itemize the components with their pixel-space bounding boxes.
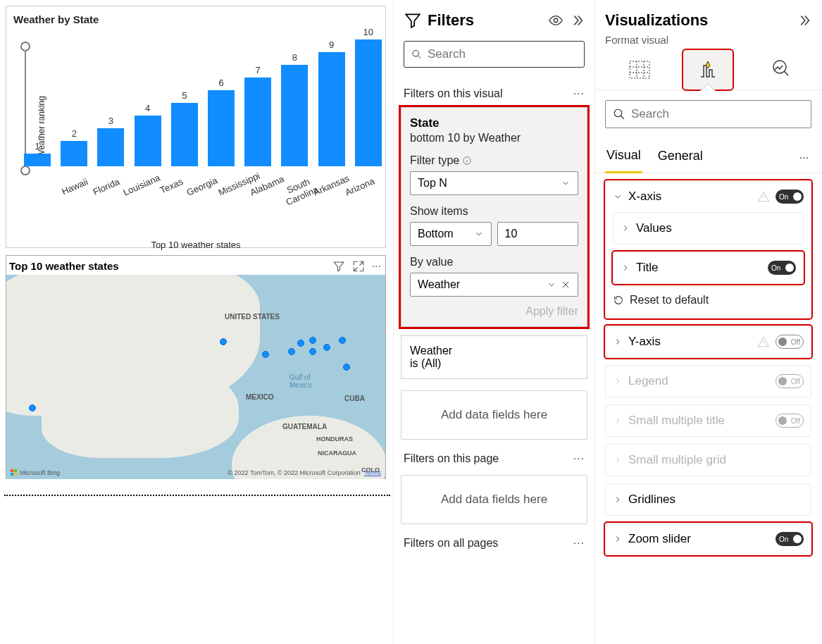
tab-general[interactable]: General	[656, 143, 704, 172]
collapse-icon[interactable]	[569, 13, 585, 28]
filter-icon[interactable]	[332, 260, 345, 273]
bar[interactable]	[135, 116, 161, 166]
map-label: NICARAGUA	[318, 450, 356, 457]
prop-zoom-slider[interactable]: Zoom slider On	[605, 523, 811, 555]
map-point[interactable]	[323, 344, 330, 351]
more-icon[interactable]: ···	[799, 151, 811, 164]
map-point[interactable]	[339, 337, 346, 344]
chevron-right-icon	[613, 534, 623, 544]
section-label: Filters on this page	[404, 452, 499, 465]
filter-field-name: State	[410, 116, 578, 130]
map-visual[interactable]: Top 10 weather states ··· UNITED STATES …	[6, 255, 386, 479]
reset-to-default-button[interactable]: Reset to default	[606, 291, 811, 318]
map-point[interactable]	[309, 348, 316, 355]
prop-gridlines[interactable]: Gridlines	[605, 483, 811, 516]
info-icon[interactable]	[462, 156, 472, 166]
state-filter-card[interactable]: State bottom 10 by Weather Filter type T…	[401, 107, 587, 327]
svg-point-4	[554, 18, 558, 23]
filters-pane: Filters Filters on this visual ··· State…	[393, 0, 594, 644]
weather-filter-card[interactable]: Weather is (All)	[401, 335, 587, 379]
search-input[interactable]	[631, 107, 804, 121]
chart-title: Weather by State	[6, 6, 385, 25]
more-icon[interactable]: ···	[573, 452, 585, 465]
bars-container: 1 2 3 4 5 6 7 8 9 10	[20, 39, 385, 166]
prop-small-multiple-title: Small multiple title Off	[605, 404, 811, 437]
map-label: GUATEMALA	[282, 423, 327, 431]
chevron-right-icon	[613, 495, 623, 504]
prop-y-axis[interactable]: Y-axis Off	[605, 326, 811, 358]
reset-icon	[613, 295, 624, 306]
chevron-right-icon	[613, 455, 623, 465]
warning-icon	[757, 335, 770, 348]
chevron-right-icon	[621, 263, 630, 273]
map-point[interactable]	[262, 351, 269, 358]
bar[interactable]	[244, 78, 271, 166]
filter-type-select[interactable]: Top N	[410, 171, 578, 195]
eye-icon[interactable]	[548, 13, 563, 28]
toggle-smt: Off	[776, 414, 804, 428]
section-label: Filters on all pages	[404, 537, 498, 550]
svg-rect-0	[11, 469, 13, 472]
search-input[interactable]	[428, 47, 577, 61]
toggle-legend: Off	[776, 374, 804, 388]
table-icon	[627, 57, 652, 82]
toggle-y-axis[interactable]: Off	[776, 335, 804, 349]
by-value-field[interactable]: Weather	[410, 273, 578, 297]
analytics-tab[interactable]	[752, 50, 802, 89]
show-items-select[interactable]: Bottom	[410, 222, 492, 246]
apply-filter-button[interactable]: Apply filter	[410, 305, 578, 318]
map-label: CUBA	[344, 395, 365, 402]
prop-x-axis[interactable]: X-axis On Values Title On Reset to d	[605, 180, 811, 318]
prop-title[interactable]: Title On	[613, 252, 804, 284]
chevron-right-icon	[613, 416, 623, 426]
toggle-title[interactable]: On	[768, 261, 796, 275]
svg-rect-2	[11, 473, 13, 476]
filter-icon	[404, 11, 422, 30]
canvas-divider	[4, 495, 390, 496]
collapse-icon[interactable]	[796, 13, 811, 28]
svg-rect-7	[630, 61, 649, 78]
map-credits: © 2022 TomTom, © 2022 Microsoft Corporat…	[228, 469, 381, 476]
more-icon[interactable]: ···	[573, 537, 585, 550]
toggle-zoom[interactable]: On	[776, 532, 804, 546]
bing-attribution: Microsoft Bing	[11, 469, 60, 476]
chevron-down-icon[interactable]	[547, 280, 556, 290]
expand-icon[interactable]	[352, 260, 365, 273]
bar-chart-visual[interactable]: Weather by State Weather ranking 1 2 3 4…	[6, 6, 386, 248]
section-label: Filters on this visual	[404, 87, 503, 100]
viz-search[interactable]	[605, 100, 811, 128]
bar[interactable]	[24, 154, 51, 166]
bar[interactable]	[171, 103, 198, 166]
prop-values[interactable]: Values	[613, 212, 804, 244]
warning-icon	[757, 190, 770, 203]
chevron-down-icon	[561, 178, 571, 188]
bar[interactable]	[318, 52, 345, 166]
map-point[interactable]	[220, 338, 227, 345]
show-items-n-input[interactable]	[497, 222, 579, 246]
bar[interactable]	[61, 141, 87, 166]
bar[interactable]	[97, 128, 124, 166]
slider-handle-bottom[interactable]	[20, 166, 30, 175]
chevron-down-icon	[474, 229, 484, 239]
format-visual-tab[interactable]	[683, 50, 733, 89]
bar[interactable]	[281, 65, 308, 166]
more-icon[interactable]: ···	[573, 87, 585, 100]
tab-visual[interactable]: Visual	[605, 142, 642, 173]
toggle-x-axis[interactable]: On	[776, 190, 804, 204]
add-fields-dropzone[interactable]: Add data fields here	[401, 390, 587, 440]
add-fields-dropzone[interactable]: Add data fields here	[401, 475, 587, 524]
chevron-right-icon	[621, 223, 630, 233]
map-canvas[interactable]: UNITED STATES MEXICO Gulf of Mexico CUBA…	[6, 275, 385, 479]
map-point[interactable]	[288, 348, 295, 355]
bar[interactable]	[208, 90, 235, 166]
clear-icon[interactable]	[561, 280, 571, 290]
map-point[interactable]	[343, 364, 350, 371]
bar[interactable]	[355, 39, 382, 166]
filters-search[interactable]	[404, 41, 585, 68]
build-visual-tab[interactable]	[615, 50, 664, 89]
map-point[interactable]	[29, 404, 36, 411]
terms-link[interactable]: Terms	[364, 469, 382, 476]
map-point[interactable]	[297, 340, 304, 347]
map-point[interactable]	[309, 337, 316, 344]
more-icon[interactable]: ···	[372, 260, 381, 273]
